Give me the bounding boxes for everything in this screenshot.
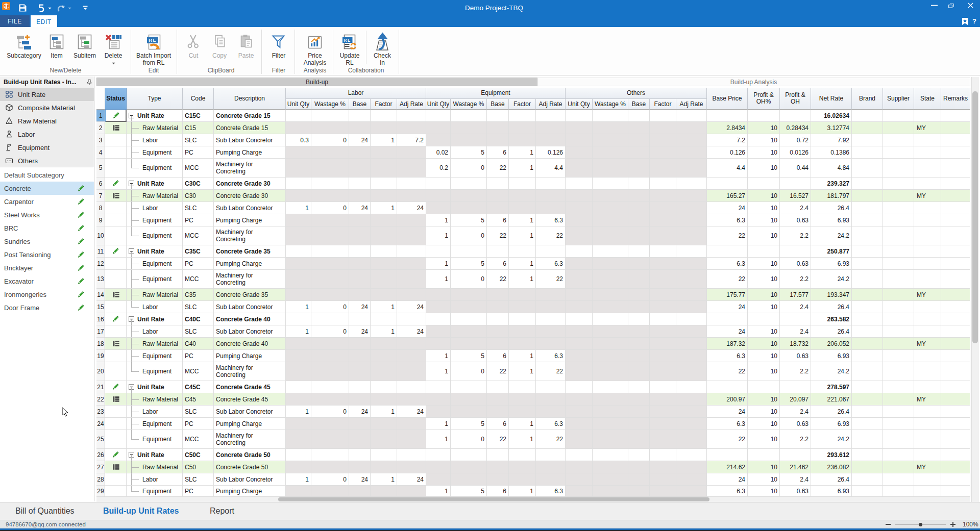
svg-text:RL: RL (344, 38, 351, 43)
svg-text:RL: RL (149, 37, 157, 43)
